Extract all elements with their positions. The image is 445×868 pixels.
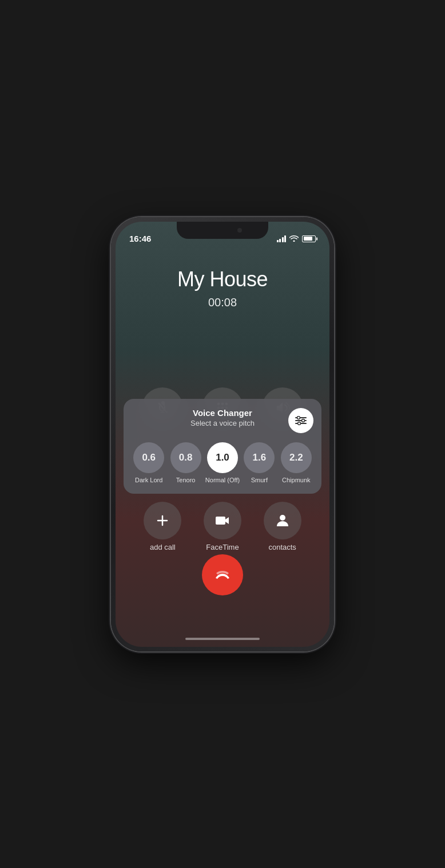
contacts-icon (264, 502, 301, 539)
svg-point-13 (302, 419, 305, 422)
pitch-label: Chipmunk (282, 477, 311, 483)
pitch-option-dark-lord[interactable]: 0.6Dark Lord (132, 442, 166, 483)
call-name: My House (116, 267, 329, 291)
pitch-label: Tenoro (176, 477, 196, 483)
camera-dot (237, 228, 242, 233)
call-timer: 00:08 (116, 296, 329, 309)
status-time: 16:46 (129, 234, 151, 243)
FaceTime-icon (204, 502, 241, 539)
signal-strength (277, 235, 287, 242)
status-icons (277, 234, 316, 243)
pitch-option-normal-off[interactable]: 1.0Normal (Off) (205, 442, 240, 483)
pitch-options: 0.6Dark Lord0.8Tenoro1.0Normal (Off)1.6S… (132, 442, 313, 483)
popup-title: Voice Changer (157, 408, 288, 418)
svg-rect-17 (216, 517, 225, 525)
phone-device: 16:46 (111, 217, 334, 651)
pitch-option-smurf[interactable]: 1.6Smurf (242, 442, 276, 483)
contacts-label: contacts (268, 543, 296, 551)
FaceTime-label: FaceTime (206, 543, 239, 551)
voice-changer-settings-button[interactable] (288, 408, 313, 433)
add-call-label: add call (150, 543, 176, 551)
battery-icon (302, 235, 316, 242)
popup-subtitle: Select a voice pitch (157, 419, 288, 427)
pitch-option-tenoro[interactable]: 0.8Tenoro (168, 442, 202, 483)
pitch-circle: 1.6 (244, 442, 275, 473)
pitch-circle: 1.0 (207, 442, 238, 473)
bottom-btn-add-call[interactable]: add call (144, 502, 181, 551)
pitch-circle: 0.6 (133, 442, 164, 473)
bottom-btn-contacts[interactable]: contacts (264, 502, 301, 551)
svg-point-12 (297, 416, 300, 419)
wifi-icon (289, 234, 299, 243)
pitch-option-chipmunk[interactable]: 2.2Chipmunk (279, 442, 313, 483)
popup-title-block: Voice Changer Select a voice pitch (157, 408, 288, 427)
home-indicator[interactable] (185, 638, 260, 640)
pitch-circle: 2.2 (281, 442, 312, 473)
svg-point-18 (280, 515, 285, 521)
add-call-icon (144, 502, 181, 539)
bottom-btn-FaceTime[interactable]: FaceTime (204, 502, 241, 551)
pitch-label: Normal (Off) (205, 477, 240, 483)
svg-point-14 (298, 422, 301, 425)
voice-changer-popup: Voice Changer Select a voice pitch 0.6Da… (124, 399, 321, 494)
end-call-button[interactable] (202, 554, 243, 595)
phone-screen: 16:46 (116, 222, 329, 647)
call-info: My House 00:08 (116, 267, 329, 309)
pitch-label: Smurf (251, 477, 268, 483)
popup-header: Voice Changer Select a voice pitch (132, 408, 313, 433)
battery-fill (304, 237, 312, 241)
bottom-buttons: add callFaceTimecontacts (116, 502, 329, 551)
pitch-circle: 0.8 (170, 442, 201, 473)
notch (177, 222, 268, 239)
pitch-label: Dark Lord (135, 477, 162, 483)
